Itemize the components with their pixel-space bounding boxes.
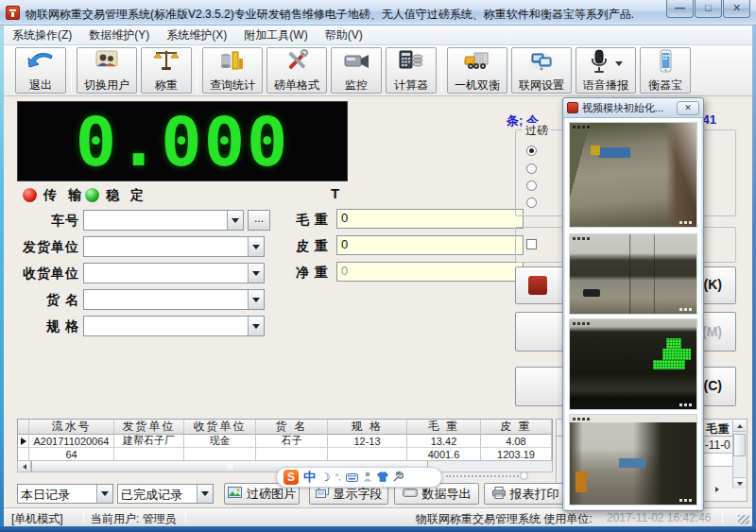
ime-language-indicator[interactable]: 中 <box>303 469 316 486</box>
fields-icon <box>316 487 329 501</box>
switch-user-button[interactable]: 切换用户 <box>77 47 137 94</box>
cell-spec <box>328 448 407 461</box>
goods-combo[interactable] <box>83 289 265 310</box>
ime-wrench-icon[interactable] <box>393 469 404 486</box>
video-window-titlebar[interactable]: 视频模块初始化... ✕ <box>563 98 703 118</box>
weigh-mode-radio-2[interactable] <box>526 163 537 174</box>
scroll-up-arrow[interactable] <box>733 420 746 432</box>
ime-fullhalf-moon-icon[interactable]: ☽ <box>320 471 331 484</box>
ime-toolbar[interactable]: S 中 ☽ °, <box>276 467 442 488</box>
toolbar: 退出 切换用户 称重 查询统计 磅单格式 监控 计算器 <box>4 45 752 96</box>
close-button[interactable]: ✕ <box>723 0 750 18</box>
voice-dropdown-caret[interactable] <box>615 61 623 66</box>
table-row[interactable]: 64 4001.6 1203.19 <box>18 448 552 461</box>
camera-osd-timestamp <box>679 308 693 311</box>
header-tare[interactable]: 皮 重 <box>481 420 552 435</box>
dual-scale-button[interactable]: 一机双衡 <box>447 47 507 94</box>
minimize-button[interactable]: — <box>666 0 694 18</box>
header-shipper[interactable]: 发货单位 <box>114 420 184 435</box>
photo-icon <box>228 487 242 501</box>
goods-dropdown-button[interactable] <box>248 290 264 309</box>
scroll-down-arrow[interactable] <box>733 477 746 489</box>
record-state-dropdown-button[interactable] <box>197 485 213 503</box>
menu-system-maintenance[interactable]: 系统维护(X) <box>158 27 235 43</box>
loader-vehicle <box>591 146 600 155</box>
query-stats-button[interactable]: 查询统计 <box>202 47 263 94</box>
receiver-combo[interactable] <box>83 263 265 283</box>
record-scope-dropdown-button[interactable] <box>96 485 112 503</box>
side-grid-scrollbar[interactable] <box>732 420 746 489</box>
resize-grip[interactable] <box>738 515 749 524</box>
weigh-label: 称重 <box>155 77 178 94</box>
record-state-value: 已完成记录 <box>118 485 197 503</box>
monitor-button[interactable]: 监控 <box>331 47 382 94</box>
shipper-combo[interactable] <box>83 236 265 257</box>
system-usage-status: 物联网称重交易管理系统 使用单位: <box>416 511 593 527</box>
menu-data-maintenance[interactable]: 数据维护(Y) <box>80 27 158 43</box>
ticket-format-label: 磅单格式 <box>274 77 319 94</box>
camera-feed-2 <box>569 233 697 315</box>
chevron-down-icon <box>252 245 260 249</box>
scroll-left-arrow[interactable] <box>18 461 31 472</box>
ime-punct-indicator[interactable]: °, <box>335 472 341 482</box>
network-settings-button[interactable]: 联网设置 <box>511 47 572 94</box>
option-checkbox[interactable] <box>526 239 537 249</box>
scroll-thumb[interactable] <box>733 434 746 456</box>
weigh-mode-radio-3[interactable] <box>526 180 537 191</box>
spec-dropdown-button[interactable] <box>248 317 264 335</box>
shipper-dropdown-button[interactable] <box>248 237 264 256</box>
cell-tare: 4.08 <box>481 435 552 448</box>
camera-osd-timestamp <box>679 499 693 502</box>
plate-combo[interactable] <box>83 210 244 231</box>
header-goods[interactable]: 货 名 <box>256 420 328 435</box>
cell-receiver: 现金 <box>184 435 256 448</box>
table-row[interactable]: A201711020064 建帮石子厂 现金 石子 12-13 13.42 4.… <box>18 435 552 448</box>
tools-icon <box>283 49 311 77</box>
ticket-format-button[interactable]: 磅单格式 <box>266 47 327 94</box>
header-serial[interactable]: 流水号 <box>29 420 114 435</box>
cell-spec: 12-13 <box>328 435 407 448</box>
ime-slider-handle[interactable] <box>520 472 528 480</box>
plate-label: 车号 <box>19 213 79 230</box>
stable-label: 稳 定 <box>106 187 147 204</box>
report-print-button[interactable]: 报表打印 <box>484 483 567 505</box>
video-init-window[interactable]: 视频模块初始化... ✕ <box>562 97 704 511</box>
video-window-close-button[interactable]: ✕ <box>677 101 699 115</box>
tare-weight-field[interactable]: 0 <box>336 235 524 255</box>
weigh-mode-radio-1[interactable] <box>526 146 537 156</box>
cell-goods: 石子 <box>256 435 328 448</box>
cell-gross: 4001.6 <box>407 448 481 461</box>
maximize-button[interactable]: □ <box>695 0 722 18</box>
sogou-logo-icon[interactable]: S <box>284 470 299 485</box>
ime-user-icon[interactable] <box>363 469 372 486</box>
record-state-select[interactable]: 已完成记录 <box>117 484 214 504</box>
plate-browse-button[interactable]: ... <box>248 210 270 231</box>
menu-help[interactable]: 帮助(V) <box>317 27 371 43</box>
menu-system-operation[interactable]: 系统操作(Z) <box>4 27 80 43</box>
plate-dropdown-button[interactable] <box>227 211 243 230</box>
record-scope-select[interactable]: 本日记录 <box>17 484 113 504</box>
microphone-icon <box>589 49 610 77</box>
menu-bar: 系统操作(Z) 数据维护(Y) 系统维护(X) 附加工具(W) 帮助(V) <box>4 26 752 45</box>
weigh-button[interactable]: 称重 <box>141 47 192 94</box>
header-gross[interactable]: 毛 重 <box>407 420 481 435</box>
tare-weight-label: 皮 重 <box>280 238 329 255</box>
side-grid-pointer <box>715 482 719 495</box>
ime-skin-shirt-icon[interactable] <box>377 469 388 486</box>
action-button-k-icon <box>528 276 547 295</box>
header-receiver[interactable]: 收货单位 <box>184 420 256 435</box>
stable-indicator-light <box>85 188 99 202</box>
menu-extra-tools[interactable]: 附加工具(W) <box>235 27 316 43</box>
ime-keyboard-icon[interactable] <box>346 469 358 486</box>
gross-weight-field[interactable]: 0 <box>336 209 524 229</box>
exit-button[interactable]: 退出 <box>15 47 66 94</box>
voice-broadcast-button[interactable]: 语音播报 <box>576 47 636 94</box>
green-overlay-block <box>666 338 681 349</box>
hengqibao-button[interactable]: 衡器宝 <box>640 47 691 94</box>
header-spec[interactable]: 规 格 <box>328 420 407 435</box>
receiver-dropdown-button[interactable] <box>248 264 264 283</box>
weigh-mode-radio-4[interactable] <box>526 197 537 208</box>
spec-combo[interactable] <box>83 316 265 336</box>
record-scope-value: 本日记录 <box>18 485 96 503</box>
calculator-button[interactable]: 计算器 <box>386 47 437 94</box>
